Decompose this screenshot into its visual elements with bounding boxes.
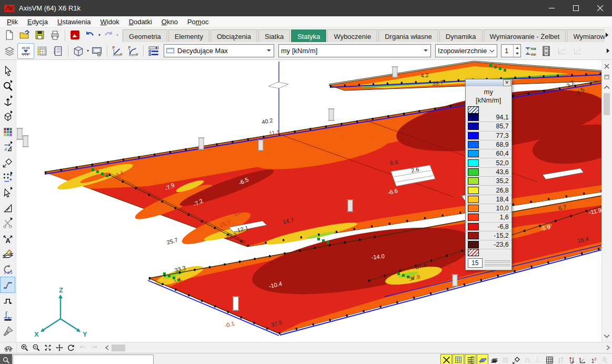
model-viewport[interactable]: Z X Y 40.211.14.239.73.2-2.56.82.63.4-6.… xyxy=(16,60,601,342)
result-display-options-button[interactable] xyxy=(146,44,162,58)
tool-polyline-step[interactable] xyxy=(1,293,15,308)
tab-statyka[interactable]: Statyka xyxy=(291,29,326,42)
menu-plik[interactable]: Plik xyxy=(2,18,23,26)
tool-select-cursor[interactable] xyxy=(1,63,15,78)
status-axes-small-toggle[interactable] xyxy=(577,355,588,364)
tab-geometria[interactable]: Geometria xyxy=(123,29,167,42)
mdi-restore-icon[interactable] xyxy=(603,73,611,81)
tab-dynamika[interactable]: Dynamika xyxy=(439,29,483,42)
result-table-button[interactable] xyxy=(34,44,50,58)
tool-surface-edit[interactable] xyxy=(1,246,15,261)
mdi-close-icon[interactable] xyxy=(603,62,611,70)
vertical-scrollbar-thumb[interactable] xyxy=(604,93,610,115)
influence-line-button[interactable] xyxy=(0,342,17,353)
layers-button[interactable] xyxy=(2,44,17,58)
status-workplane-toggle[interactable] xyxy=(477,354,488,364)
tool-draw-arrow[interactable] xyxy=(1,185,15,200)
pdf-export-button[interactable] xyxy=(67,28,83,42)
load-case-combo[interactable]: Decydujące Max xyxy=(164,44,274,57)
tab-elementy[interactable]: Elementy xyxy=(168,29,209,42)
status-exponent-12-toggle[interactable]: 12 xyxy=(588,355,599,364)
result-component-combo[interactable]: my [kNm/m] xyxy=(278,44,431,57)
tool-integral-line[interactable]: ∫ xyxy=(1,308,15,323)
status-snap-grid-toggle[interactable] xyxy=(453,354,464,364)
tab-wymiarowanie-żelbet[interactable]: Wymiarowanie - Żelbet xyxy=(484,29,566,42)
tab-siatka[interactable]: Siatka xyxy=(258,29,290,42)
legend-resize-grip[interactable] xyxy=(485,259,510,268)
toolbar-overflow-arrow[interactable] xyxy=(606,48,612,53)
tab-obciążenia[interactable]: Obciążenia xyxy=(210,29,257,42)
close-button[interactable] xyxy=(588,0,612,16)
tool-mesh-nodes[interactable] xyxy=(1,170,15,185)
search-input[interactable] xyxy=(13,355,154,364)
status-snap-cross-toggle[interactable] xyxy=(440,354,452,364)
tool-parts[interactable] xyxy=(1,109,15,124)
minimize-button[interactable] xyxy=(539,0,564,16)
scale-spinner[interactable]: 1 xyxy=(501,44,521,57)
status-updown-red-toggle[interactable] xyxy=(566,355,577,364)
tool-flashlight[interactable] xyxy=(1,323,15,339)
tool-set-square[interactable] xyxy=(1,200,15,216)
redo-dropdown[interactable]: ▾ xyxy=(116,33,118,37)
status-grid-table-toggle[interactable] xyxy=(544,355,555,364)
menu-edycja[interactable]: Edycja xyxy=(23,18,53,26)
animation-button[interactable] xyxy=(538,44,554,58)
menu-dodatki[interactable]: Dodatki xyxy=(124,18,157,26)
menu-ustawienia[interactable]: Ustawienia xyxy=(53,18,96,26)
tab-wymiarowanie-stal[interactable]: Wymiarowanie - Stal xyxy=(567,29,605,42)
horizontal-scrollbar-track[interactable] xyxy=(125,345,604,351)
right-scrollbar-strip[interactable] xyxy=(601,60,612,342)
model-canvas[interactable]: Z X Y 40.211.14.239.73.2-2.56.82.63.4-6.… xyxy=(16,60,601,342)
tab-drgania-własne[interactable]: Drgania własne xyxy=(378,29,438,42)
open-folder-button[interactable] xyxy=(17,28,32,42)
tool-dimension-text[interactable]: A xyxy=(1,231,15,246)
zoom-fit-button[interactable] xyxy=(42,343,54,352)
scroll-up-arrow[interactable] xyxy=(603,83,611,92)
tool-color-coding[interactable] xyxy=(1,124,15,139)
minmax-values-button[interactable]: maxmin xyxy=(523,44,538,58)
tool-renumber[interactable]: 123 xyxy=(1,261,15,277)
scroll-down-arrow[interactable] xyxy=(603,332,611,340)
menu-widok[interactable]: Widok xyxy=(96,18,124,26)
pan-button[interactable] xyxy=(54,343,65,352)
scroll-left-arrow[interactable] xyxy=(103,345,112,350)
tool-modify-diamond[interactable] xyxy=(1,155,15,170)
status-snap-rows-toggle[interactable] xyxy=(465,354,476,364)
zoom-out-button[interactable] xyxy=(31,343,42,352)
zoom-in-button[interactable] xyxy=(19,343,31,352)
nonlinear-analysis-button[interactable]: Pu xyxy=(125,44,141,58)
display-mode-combo[interactable]: Izopowierzchnie 2D xyxy=(435,44,497,57)
undo-button[interactable] xyxy=(83,28,98,42)
tool-geometry-transform[interactable] xyxy=(1,139,15,155)
search-button[interactable] xyxy=(0,354,12,364)
horizontal-scrollbar-thumb[interactable] xyxy=(112,345,125,351)
tool-section-segment[interactable] xyxy=(0,277,15,293)
status-storeys-toggle[interactable] xyxy=(489,355,499,364)
tool-zoom-tool[interactable] xyxy=(1,78,15,94)
tool-cut-scissors[interactable] xyxy=(1,216,15,231)
legend-close-icon[interactable]: ✕ xyxy=(503,79,511,86)
legend-row: 10,0 xyxy=(466,204,511,213)
menu-pomoc[interactable]: Pomoc xyxy=(183,18,213,26)
linear-analysis-button[interactable]: Pu xyxy=(109,44,125,58)
new-document-button[interactable] xyxy=(2,28,17,42)
storey-level-button[interactable]: ±0.00 xyxy=(17,43,34,59)
drawing-library-button[interactable] xyxy=(71,44,86,58)
report-button[interactable] xyxy=(50,44,66,58)
status-move-diamond-toggle[interactable] xyxy=(511,355,521,364)
print-button[interactable] xyxy=(47,28,63,42)
scroll-right-arrow[interactable] xyxy=(604,345,612,350)
legend-row: 35,2 xyxy=(466,177,511,186)
save-floppy-button[interactable] xyxy=(32,28,47,42)
tool-move-axes[interactable] xyxy=(1,94,15,109)
legend-titlebar[interactable]: ✕ xyxy=(466,79,511,86)
menu-okno[interactable]: Okno xyxy=(157,18,183,26)
rotate-view-button[interactable] xyxy=(65,343,77,352)
maximize-button[interactable] xyxy=(564,0,588,16)
legend-levels-input[interactable]: 15 xyxy=(468,258,483,268)
tab-overflow-arrow[interactable] xyxy=(605,29,612,41)
saved-view-button[interactable] xyxy=(89,44,105,58)
legend-panel[interactable]: ✕ my [kNm/m] 94,185,777,368,960,452,043,… xyxy=(465,79,512,270)
horizontal-scrollbar[interactable] xyxy=(103,343,612,352)
tab-wyboczenie[interactable]: Wyboczenie xyxy=(327,29,377,42)
